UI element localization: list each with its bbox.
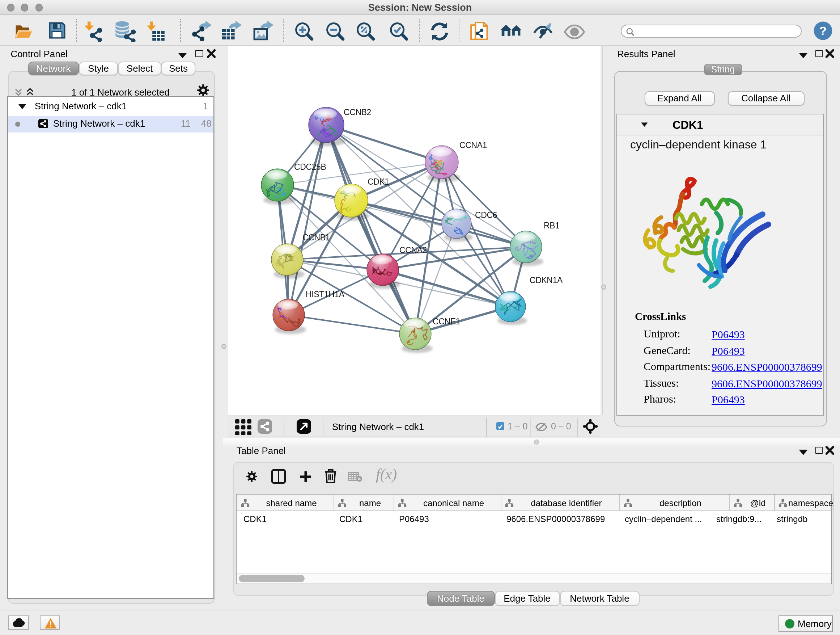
svg-text:CCNA2: CCNA2: [399, 245, 427, 255]
svg-text:CDC25B: CDC25B: [294, 162, 326, 171]
svg-text:CCNB2: CCNB2: [344, 107, 371, 117]
svg-text:CDC6: CDC6: [475, 210, 497, 219]
svg-text:CCNA1: CCNA1: [459, 140, 487, 149]
svg-text:HIST1H1A: HIST1H1A: [306, 289, 345, 299]
svg-text:CDKN1A: CDKN1A: [530, 275, 563, 285]
svg-text:CDK1: CDK1: [368, 177, 389, 186]
svg-text:?: ?: [819, 24, 827, 38]
svg-text:CCNB1: CCNB1: [302, 233, 330, 242]
svg-text:RB1: RB1: [544, 220, 560, 230]
svg-text:CCNE1: CCNE1: [433, 317, 460, 326]
